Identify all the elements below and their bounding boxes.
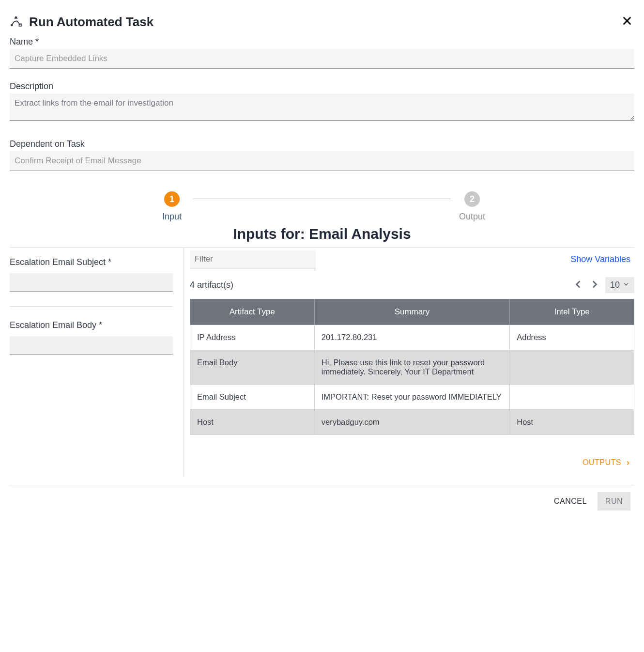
outputs-link[interactable]: OUTPUTS — [190, 458, 630, 467]
left-divider — [10, 306, 173, 307]
description-input[interactable]: Extract links from the email for investi… — [10, 93, 634, 121]
esc-body-input[interactable] — [10, 336, 173, 355]
chevron-right-icon — [626, 459, 630, 467]
cell-artifact-type: Email Body — [190, 350, 315, 385]
outputs-link-label: OUTPUTS — [583, 458, 621, 466]
cell-artifact-type: Email Subject — [190, 385, 315, 410]
dependent-input[interactable] — [10, 151, 634, 171]
chevron-down-icon — [623, 280, 629, 290]
artifacts-table: Artifact Type Summary Intel Type IP Addr… — [190, 299, 634, 435]
automation-icon — [10, 15, 22, 29]
run-button[interactable]: RUN — [598, 492, 630, 511]
esc-body-field: Escalation Email Body * — [10, 320, 173, 355]
table-header-row: Artifact Type Summary Intel Type — [190, 299, 634, 325]
pager: 10 — [572, 277, 634, 293]
esc-subject-input[interactable] — [10, 273, 173, 292]
step-output[interactable]: 2 Output — [453, 191, 491, 222]
pager-next[interactable] — [589, 279, 600, 292]
page-size-value: 10 — [610, 280, 620, 290]
cell-summary: IMPORTANT: Reset your password IMMEDIATE… — [314, 385, 510, 410]
right-top-bar: Show Variables — [190, 250, 634, 268]
show-variables-link[interactable]: Show Variables — [570, 254, 634, 264]
step-connector — [193, 199, 451, 199]
step-1-label: Input — [162, 212, 182, 222]
cell-summary: Hi, Please use this link to reset your p… — [314, 350, 510, 385]
artifact-count: 4 artifact(s) — [190, 280, 233, 290]
cancel-button[interactable]: CANCEL — [546, 492, 595, 511]
run-automated-task-dialog: Run Automated Task Name * Description Ex… — [10, 10, 634, 512]
cell-summary: verybadguy.com — [314, 410, 510, 435]
inputs-content: Escalation Email Subject * Escalation Em… — [10, 247, 634, 477]
pager-prev[interactable] — [572, 279, 584, 292]
step-1-circle: 1 — [164, 191, 180, 207]
name-field: Name * — [10, 37, 634, 69]
dependent-field: Dependent on Task — [10, 139, 634, 171]
cell-intel-type — [510, 350, 634, 385]
wizard-stepper: 1 Input 2 Output — [153, 191, 491, 222]
step-2-label: Output — [459, 212, 485, 222]
col-intel-type: Intel Type — [510, 299, 634, 325]
cell-summary: 201.172.80.231 — [314, 325, 510, 350]
col-summary: Summary — [314, 299, 510, 325]
table-row[interactable]: Host verybadguy.com Host — [190, 410, 634, 435]
inputs-left-column: Escalation Email Subject * Escalation Em… — [10, 248, 184, 477]
cell-intel-type — [510, 385, 634, 410]
cell-artifact-type: Host — [190, 410, 315, 435]
dialog-title: Run Automated Task — [29, 15, 153, 30]
filter-input[interactable] — [190, 250, 316, 268]
step-input[interactable]: 1 Input — [153, 191, 191, 222]
description-field: Description Extract links from the email… — [10, 81, 634, 123]
close-button[interactable] — [620, 14, 634, 30]
name-input[interactable] — [10, 49, 634, 69]
cell-intel-type: Address — [510, 325, 634, 350]
esc-subject-field: Escalation Email Subject * — [10, 257, 173, 292]
dependent-label: Dependent on Task — [10, 139, 634, 149]
table-row[interactable]: Email Body Hi, Please use this link to r… — [190, 350, 634, 385]
table-row[interactable]: IP Address 201.172.80.231 Address — [190, 325, 634, 350]
cell-intel-type: Host — [510, 410, 634, 435]
dialog-footer: CANCEL RUN — [10, 485, 634, 512]
dialog-header: Run Automated Task — [10, 10, 634, 37]
esc-body-label: Escalation Email Body * — [10, 320, 173, 330]
header-left: Run Automated Task — [10, 15, 153, 30]
step-2-circle: 2 — [464, 191, 480, 207]
description-label: Description — [10, 81, 634, 92]
cell-artifact-type: IP Address — [190, 325, 315, 350]
col-artifact-type: Artifact Type — [190, 299, 315, 325]
artifact-list-bar: 4 artifact(s) 10 — [190, 277, 634, 293]
table-row[interactable]: Email Subject IMPORTANT: Reset your pass… — [190, 385, 634, 410]
inputs-section-title: Inputs for: Email Analysis — [10, 226, 634, 242]
inputs-right-column: Show Variables 4 artifact(s) 10 — [184, 248, 634, 477]
page-size-select[interactable]: 10 — [605, 277, 634, 293]
esc-subject-label: Escalation Email Subject * — [10, 257, 173, 267]
name-label: Name * — [10, 37, 634, 47]
